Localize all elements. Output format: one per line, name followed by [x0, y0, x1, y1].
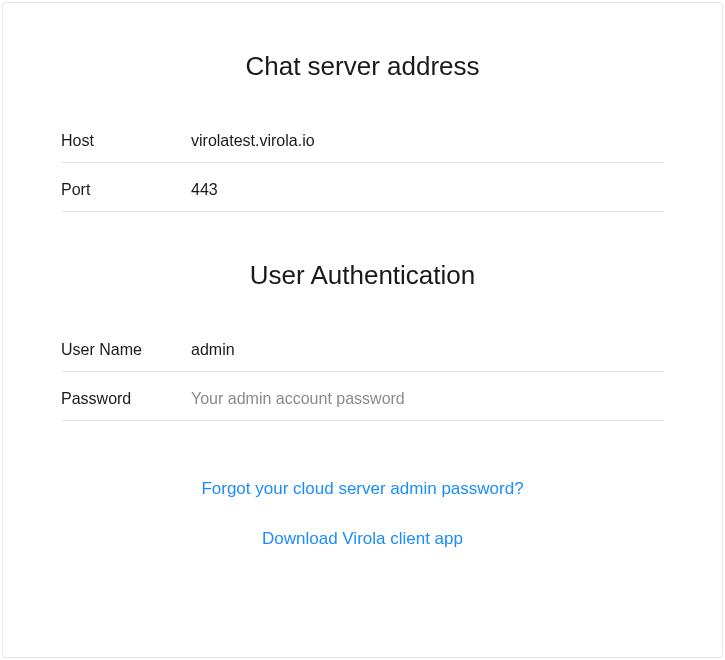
port-input[interactable]	[191, 179, 664, 201]
port-field-row: Port	[61, 169, 664, 212]
forgot-password-link[interactable]: Forgot your cloud server admin password?	[201, 479, 523, 499]
links-container: Forgot your cloud server admin password?…	[61, 479, 664, 579]
host-label: Host	[61, 132, 191, 150]
username-field-row: User Name	[61, 329, 664, 372]
password-label: Password	[61, 390, 191, 408]
password-input[interactable]	[191, 388, 664, 410]
password-field-row: Password	[61, 378, 664, 421]
login-panel: Chat server address Host Port User Authe…	[2, 2, 723, 658]
port-label: Port	[61, 181, 191, 199]
host-input[interactable]	[191, 130, 664, 152]
auth-section-title: User Authentication	[61, 260, 664, 291]
username-label: User Name	[61, 341, 191, 359]
host-field-row: Host	[61, 120, 664, 163]
download-client-link[interactable]: Download Virola client app	[262, 529, 463, 549]
username-input[interactable]	[191, 339, 664, 361]
server-section-title: Chat server address	[61, 51, 664, 82]
